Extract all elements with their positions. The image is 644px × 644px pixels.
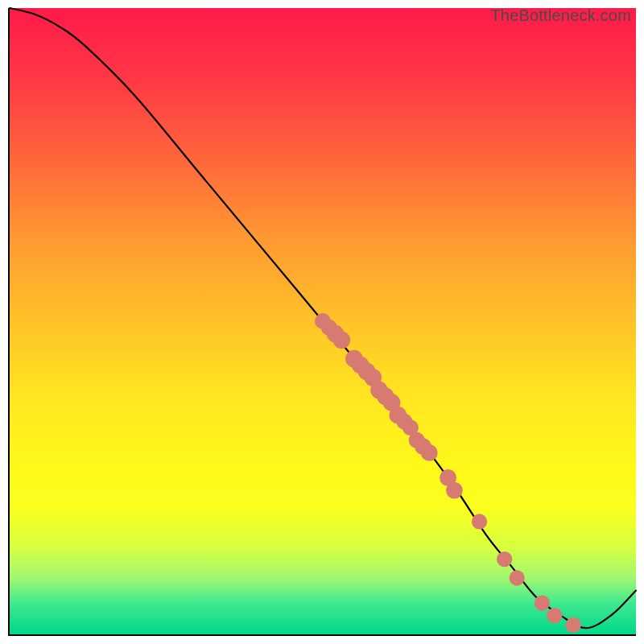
marker-point bbox=[510, 570, 525, 585]
marker-point bbox=[421, 444, 438, 461]
marker-point bbox=[446, 482, 463, 499]
chart-svg bbox=[10, 8, 636, 634]
marker-point bbox=[472, 514, 487, 529]
plot-area: TheBottleneck.com bbox=[8, 8, 636, 636]
bottleneck-chart: TheBottleneck.com bbox=[0, 0, 644, 644]
marker-group bbox=[315, 313, 581, 633]
marker-point bbox=[547, 608, 562, 623]
marker-point bbox=[535, 595, 550, 610]
watermark-text: TheBottleneck.com bbox=[490, 6, 631, 25]
marker-point bbox=[497, 551, 512, 567]
marker-point bbox=[566, 617, 581, 633]
marker-point bbox=[333, 332, 351, 349]
